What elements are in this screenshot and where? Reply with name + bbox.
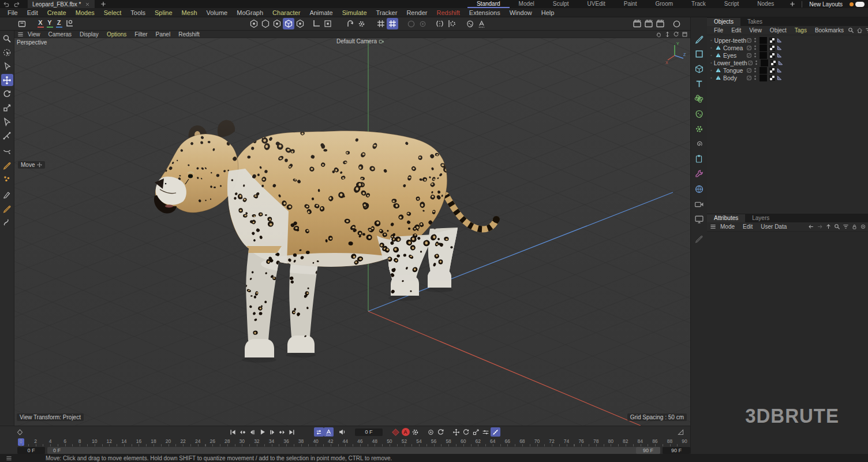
- visibility-dots-icon[interactable]: [753, 37, 757, 43]
- attr-menu-icon[interactable]: [710, 223, 716, 230]
- tab-attributes[interactable]: Attributes: [707, 214, 745, 222]
- scale-keying-toggle[interactable]: [471, 427, 481, 437]
- menu-create[interactable]: Create: [43, 9, 71, 16]
- phong-tag-icon[interactable]: [776, 67, 783, 73]
- viewport-menu-display[interactable]: Display: [76, 31, 103, 38]
- tab-takes[interactable]: Takes: [740, 18, 769, 26]
- spline-arc-tool-icon[interactable]: [1, 145, 13, 157]
- timeline-layout-icon[interactable]: [676, 427, 686, 437]
- perspective-viewport[interactable]: ViewCamerasDisplayOptionsFilterPanelReds…: [14, 31, 690, 426]
- polygon-object-icon[interactable]: [715, 44, 721, 51]
- interactive-render-button[interactable]: [671, 18, 682, 29]
- visibility-dots-icon[interactable]: [754, 59, 758, 66]
- attr-up-icon[interactable]: [825, 223, 832, 230]
- workplane-icon[interactable]: [310, 18, 322, 29]
- visibility-dots-icon[interactable]: [753, 67, 757, 73]
- object-row-tongue[interactable]: •Tongue: [707, 66, 868, 74]
- scale-tool-icon[interactable]: [1, 102, 13, 114]
- tab-objects[interactable]: Objects: [707, 18, 740, 26]
- rotate-keying-toggle[interactable]: [461, 427, 471, 437]
- tree-handle[interactable]: •: [710, 68, 715, 73]
- texture-tag-icon[interactable]: [769, 38, 775, 43]
- rotate-tool-icon[interactable]: [1, 88, 13, 100]
- camera-object-icon[interactable]: [693, 198, 705, 210]
- previous-key-button[interactable]: [238, 427, 248, 437]
- ik-tool-icon[interactable]: [1, 129, 13, 141]
- viewport-menu-options[interactable]: Options: [103, 31, 130, 38]
- menu-modes[interactable]: Modes: [71, 9, 99, 16]
- layer-color-cell[interactable]: [760, 74, 767, 81]
- layout-tab-sculpt[interactable]: Sculpt: [544, 0, 578, 8]
- keyframe-diamond-icon[interactable]: [15, 427, 25, 437]
- attr-filter-icon[interactable]: [843, 223, 849, 230]
- clipboard-object-icon[interactable]: [693, 152, 705, 165]
- axis-lock-y-button[interactable]: Y: [45, 18, 54, 29]
- modeling-mode-b-icon[interactable]: [417, 18, 428, 29]
- autokey-button[interactable]: A: [401, 427, 410, 437]
- points-tool-icon[interactable]: [1, 173, 13, 185]
- axis-gizmo[interactable]: Y Z X: [663, 40, 687, 65]
- workplane-mode-icon[interactable]: [283, 18, 294, 29]
- layout-tab-uvedit[interactable]: UVEdit: [578, 0, 615, 8]
- snap-icon[interactable]: [322, 18, 334, 29]
- record-keyframe-button[interactable]: [391, 427, 401, 437]
- layout-tab-script[interactable]: Script: [715, 0, 749, 8]
- organic-object-icon[interactable]: [693, 107, 705, 120]
- menu-mograph[interactable]: MoGraph: [232, 9, 268, 16]
- simulation-object-icon[interactable]: [693, 92, 705, 105]
- visibility-dots-icon[interactable]: [753, 52, 757, 58]
- camera-link-icon[interactable]: [379, 39, 384, 44]
- transform-tool-icon[interactable]: [1, 116, 13, 128]
- menu-character[interactable]: Character: [268, 9, 305, 16]
- object-row-cornea[interactable]: •Cornea: [707, 44, 868, 51]
- attr-lock-icon[interactable]: [851, 223, 858, 230]
- texture-mode-icon[interactable]: [271, 18, 283, 29]
- om-menu-object[interactable]: Object: [766, 27, 791, 33]
- document-tab[interactable]: Leopard_FBX.fbx *: [28, 0, 95, 8]
- render-view-button[interactable]: [631, 18, 643, 29]
- phong-tag-icon[interactable]: [776, 44, 783, 51]
- texture-tag-icon[interactable]: [769, 68, 775, 73]
- om-menu-file[interactable]: File: [710, 27, 727, 33]
- scene-3d[interactable]: Perspective Default Camera Move View Tra…: [14, 38, 690, 426]
- tree-handle[interactable]: •: [710, 45, 715, 50]
- polygon-object-icon[interactable]: [712, 37, 713, 43]
- attr-target-icon[interactable]: [860, 223, 866, 230]
- object-row-eyes[interactable]: •Eyes: [707, 51, 868, 59]
- live-selection-icon[interactable]: [1, 46, 13, 58]
- viewport-menu-icon[interactable]: [17, 31, 24, 38]
- modeling-axis-icon[interactable]: [446, 18, 457, 29]
- layout-tab-standard[interactable]: Standard: [467, 0, 510, 8]
- viewport-menu-panel[interactable]: Panel: [152, 31, 175, 38]
- parameter-keying-toggle[interactable]: [481, 427, 491, 437]
- autokey-range-toggle[interactable]: [324, 427, 334, 437]
- texture-tag-icon[interactable]: [769, 45, 775, 51]
- range-end-field[interactable]: 90 F: [663, 447, 690, 454]
- polygon-object-icon[interactable]: [715, 74, 721, 81]
- layout-tab-track[interactable]: Track: [682, 0, 715, 8]
- attr-menu-edit[interactable]: Edit: [739, 223, 757, 230]
- tree-handle[interactable]: •: [710, 53, 715, 58]
- axis-lock-x-button[interactable]: X: [36, 18, 45, 29]
- environment-sky-icon[interactable]: [693, 182, 705, 195]
- sound-toggle[interactable]: [337, 427, 347, 437]
- brush-tool-icon[interactable]: [1, 188, 13, 200]
- object-row-upper-teeth[interactable]: •Upper-teeth: [707, 36, 868, 44]
- display-object-icon[interactable]: [693, 213, 705, 225]
- enable-toggle-icon[interactable]: [746, 53, 752, 58]
- menu-help[interactable]: Help: [537, 9, 559, 16]
- next-key-button[interactable]: [277, 427, 287, 437]
- camera-label[interactable]: Default Camera: [336, 38, 384, 44]
- symmetry-icon[interactable]: [434, 18, 446, 29]
- om-menu-edit[interactable]: Edit: [727, 27, 745, 33]
- status-menu-icon[interactable]: [6, 455, 12, 461]
- leopard-model[interactable]: [153, 116, 511, 364]
- attr-menu-user-data[interactable]: User Data: [757, 223, 791, 230]
- next-frame-button[interactable]: [267, 427, 277, 437]
- menu-extensions[interactable]: Extensions: [465, 9, 505, 16]
- attr-back-icon[interactable]: [808, 223, 814, 230]
- pla-keying-toggle[interactable]: [491, 427, 500, 437]
- view-type-label[interactable]: Perspective: [17, 39, 47, 46]
- tree-handle[interactable]: •: [710, 60, 712, 65]
- pen-box-tool-icon[interactable]: [1, 159, 13, 171]
